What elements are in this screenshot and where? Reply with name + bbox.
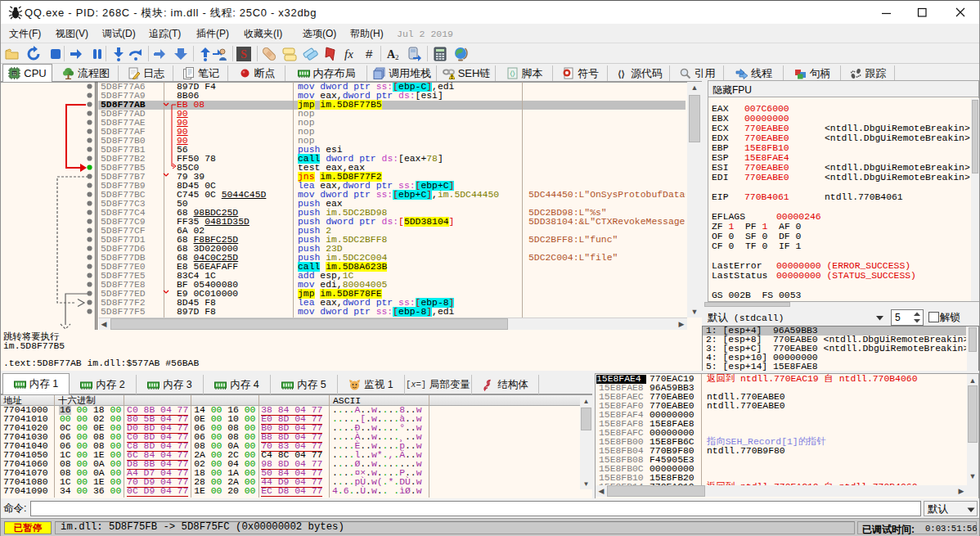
svg-text:S: S [241,48,247,61]
svg-text:fx: fx [344,47,353,61]
svg-text:2: 2 [395,53,399,61]
svg-text:〈〉: 〈〉 [510,70,515,78]
svg-text:32: 32 [12,72,17,76]
svg-text:#: # [366,47,373,61]
svg-text:⟨⟩: ⟨⟩ [618,69,625,79]
